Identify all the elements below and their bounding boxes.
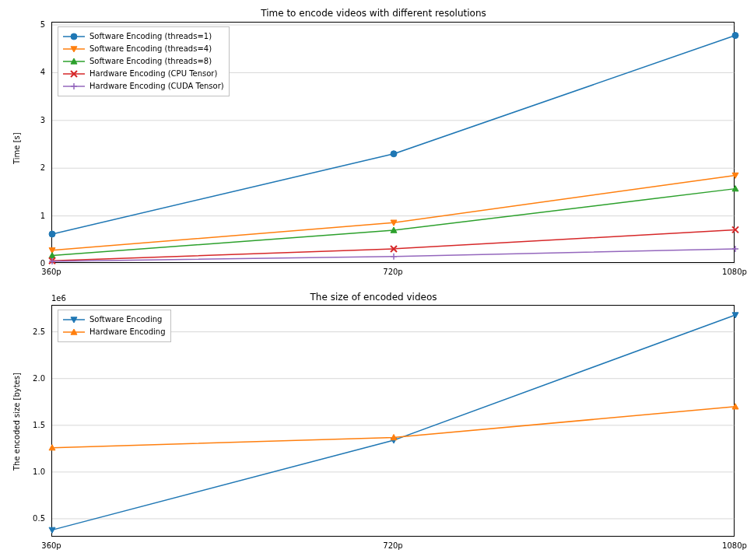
legend-entry[interactable]: Software Encoding (threads=1) <box>63 30 224 43</box>
legend-1: Software Encoding (threads=1)Software En… <box>58 26 230 96</box>
legend-entry[interactable]: Hardware Encoding <box>63 326 166 338</box>
plus-icon <box>63 81 85 92</box>
svg-point-8 <box>732 33 738 39</box>
x-tick-label: 360p <box>41 268 61 276</box>
legend-label: Software Encoding (threads=4) <box>89 43 212 55</box>
legend-entry[interactable]: Software Encoding (threads=8) <box>63 55 224 68</box>
x-tick-label: 360p <box>41 541 61 550</box>
legend-label: Hardware Encoding (CPU Tensor) <box>89 68 217 80</box>
ylabel-2: The encoded size [bytes] <box>12 373 21 471</box>
triangle-down-icon <box>63 314 85 325</box>
circle-icon <box>63 31 85 42</box>
x-tick-label: 1080p <box>722 268 747 276</box>
legend-entry[interactable]: Software Encoding (threads=4) <box>63 43 224 55</box>
legend-label: Hardware Encoding <box>89 326 166 338</box>
y-scale-note: 1e6 <box>51 294 66 303</box>
legend-entry[interactable]: Software Encoding <box>63 313 166 326</box>
legend-label: Software Encoding (threads=1) <box>89 30 212 43</box>
x-tick-label: 1080p <box>722 541 747 550</box>
legend-label: Software Encoding <box>89 313 162 326</box>
triangle-down-icon <box>63 44 85 54</box>
x-tick-label: 720p <box>383 541 402 550</box>
x-tick-label: 720p <box>383 268 402 276</box>
legend-label: Hardware Encoding (CUDA Tensor) <box>89 80 224 93</box>
triangle-up-icon <box>63 327 85 338</box>
svg-point-15 <box>71 33 77 40</box>
legend-entry[interactable]: Hardware Encoding (CUDA Tensor) <box>63 80 224 93</box>
triangle-up-icon <box>63 56 85 67</box>
x-icon <box>63 68 85 79</box>
chart-title-2: The size of encoded videos <box>0 292 747 303</box>
legend-label: Software Encoding (threads=8) <box>89 55 212 68</box>
svg-point-7 <box>391 151 397 157</box>
legend-2: Software EncodingHardware Encoding <box>58 310 171 342</box>
chart-title-1: Time to encode videos with different res… <box>0 8 747 19</box>
svg-point-6 <box>49 231 55 237</box>
legend-entry[interactable]: Hardware Encoding (CPU Tensor) <box>63 68 224 80</box>
ylabel-1: Time [s] <box>12 132 21 164</box>
figure: Time to encode videos with different res… <box>0 0 747 560</box>
